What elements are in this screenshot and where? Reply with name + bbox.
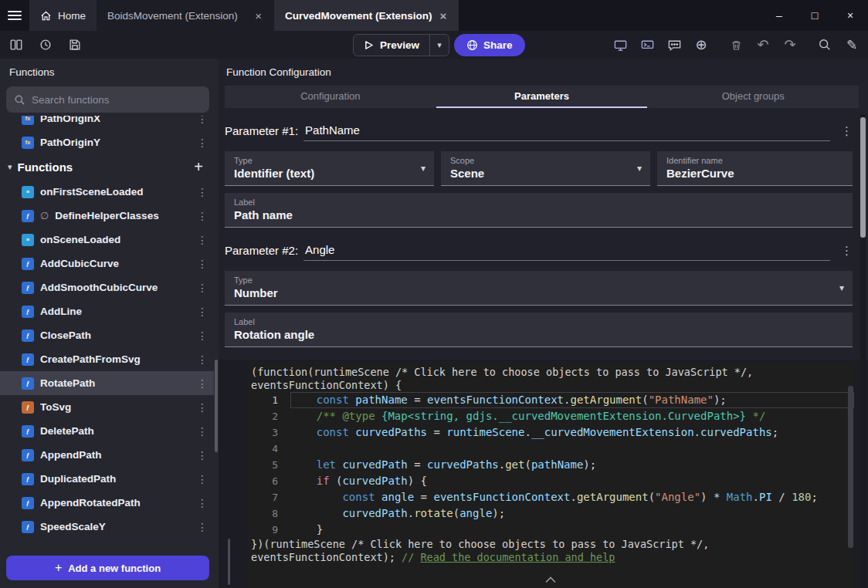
history-icon[interactable] <box>37 36 54 53</box>
code-line[interactable]: 5 let curvedPath = curvedPaths.get(pathN… <box>247 457 854 473</box>
sidebar-item-RotatePath[interactable]: ƒRotatePath⋮ <box>0 371 214 395</box>
label-field[interactable]: Label Path name <box>225 193 853 228</box>
item-menu-icon[interactable]: ⋮ <box>197 401 206 414</box>
tab-close-icon[interactable]: × <box>439 9 449 22</box>
item-menu-icon[interactable]: ⋮ <box>197 137 206 149</box>
item-menu-icon[interactable]: ⋮ <box>197 258 206 270</box>
code-line[interactable]: 2 /** @type {Map<string, gdjs.__curvedMo… <box>247 408 854 424</box>
type-select[interactable]: Type Identifier (text) ▾ <box>225 151 434 186</box>
functions-section-header[interactable]: ▾Functions+ <box>0 154 214 180</box>
main-scrollbar-thumb[interactable] <box>860 117 866 238</box>
editor-scrollbar[interactable] <box>848 386 853 548</box>
item-menu-icon[interactable]: ⋮ <box>197 449 206 461</box>
delete-icon[interactable] <box>727 36 744 53</box>
sidebar-item-ClosePath[interactable]: ƒClosePath⋮ <box>0 323 214 347</box>
sidebar-item-PathOriginY[interactable]: fxPathOriginY⋮ <box>0 130 214 154</box>
parameter-name-input[interactable]: PathName <box>303 123 830 141</box>
parameter-menu-icon[interactable]: ⋮ <box>841 244 853 261</box>
function-label: AddSmoothCubicCurve <box>40 282 191 293</box>
tab-configuration[interactable]: Configuration <box>225 86 436 108</box>
sidebar-item-SpeedScaleY[interactable]: ƒSpeedScaleY⋮ <box>0 515 214 539</box>
project-manager-icon[interactable] <box>8 36 25 53</box>
sidebar-item-onSceneLoaded[interactable]: »onSceneLoaded⋮ <box>0 228 214 252</box>
scope-select[interactable]: Scope Scene ▾ <box>441 151 650 186</box>
code-line[interactable]: 9 } <box>247 522 854 538</box>
sidebar-item-onFirstSceneLoaded[interactable]: »onFirstSceneLoaded⋮ <box>0 180 214 204</box>
code-line[interactable]: 7 const angle = eventsFunctionContext.ge… <box>247 489 854 505</box>
sidebar-item-AppendPath[interactable]: ƒAppendPath⋮ <box>0 443 214 467</box>
minimize-button[interactable]: – <box>761 0 797 31</box>
sidebar-item-AddSmoothCubicCurve[interactable]: ƒAddSmoothCubicCurve⋮ <box>0 275 214 299</box>
code-line[interactable]: eventsFunctionContext); // Read the docu… <box>247 551 854 564</box>
type-select[interactable]: Type Number ▾ <box>225 271 853 306</box>
maximize-button[interactable]: □ <box>797 0 832 31</box>
functions-sidebar: Functions fxPathOriginX⋮fxPathOriginY⋮▾F… <box>0 59 219 588</box>
item-menu-icon[interactable]: ⋮ <box>197 186 206 198</box>
code-line[interactable]: eventsFunctionContext) { <box>247 379 854 392</box>
item-menu-icon[interactable]: ⋮ <box>197 353 206 366</box>
item-menu-icon[interactable]: ⋮ <box>197 116 206 125</box>
theme-pen-icon[interactable]: ✎ <box>843 36 860 53</box>
menu-icon[interactable] <box>0 0 29 31</box>
preview-button[interactable]: Preview ▾ <box>353 34 449 56</box>
code-line[interactable]: 1 const pathName = eventsFunctionContext… <box>247 392 854 408</box>
item-menu-icon[interactable]: ⋮ <box>197 497 206 509</box>
search-icon[interactable] <box>816 36 833 53</box>
item-menu-icon[interactable]: ⋮ <box>197 377 206 390</box>
debugger-icon[interactable] <box>639 36 656 53</box>
feedback-icon[interactable] <box>666 36 683 53</box>
main-scrollbar-track[interactable] <box>860 114 866 588</box>
parameter-menu-icon[interactable]: ⋮ <box>841 124 853 141</box>
code-line[interactable]: (function(runtimeScene /* Click here to … <box>247 366 854 379</box>
sidebar-item-DuplicatedPath[interactable]: ƒDuplicatedPath⋮ <box>0 467 214 491</box>
item-menu-icon[interactable]: ⋮ <box>197 521 206 533</box>
code-line[interactable]: })(runtimeScene /* Click here to choose … <box>247 538 854 551</box>
tab-home[interactable]: Home <box>29 0 97 31</box>
function-label: DeletePath <box>40 425 191 437</box>
item-menu-icon[interactable]: ⋮ <box>197 425 206 438</box>
item-menu-icon[interactable]: ⋮ <box>197 473 206 485</box>
code-line[interactable]: 8 curvedPath.rotate(angle); <box>247 505 854 522</box>
tab-object-groups[interactable]: Object groups <box>647 86 859 108</box>
item-menu-icon[interactable]: ⋮ <box>197 329 206 342</box>
item-menu-icon[interactable]: ⋮ <box>197 234 206 246</box>
sidebar-item-AddLine[interactable]: ƒAddLine⋮ <box>0 299 214 323</box>
tab-parameters[interactable]: Parameters <box>436 86 648 108</box>
sidebar-item-CreatePathFromSvg[interactable]: ƒCreatePathFromSvg⋮ <box>0 347 214 371</box>
tab-curvedmovement[interactable]: CurvedMovement (Extension) × <box>274 0 459 31</box>
label-field[interactable]: Label Rotation angle <box>225 313 853 347</box>
redo-icon[interactable]: ↷ <box>782 36 798 53</box>
sidebar-item-PathOriginX[interactable]: fxPathOriginX⋮ <box>0 116 214 130</box>
sidebar-item-DefineHelperClasses[interactable]: ƒ∅DefineHelperClasses⋮ <box>0 204 214 228</box>
hamburger-icon <box>8 8 22 22</box>
code-line[interactable]: 6 if (curvedPath) { <box>247 473 854 489</box>
search-input[interactable] <box>32 94 202 106</box>
tab-boidsmovement[interactable]: BoidsMovement (Extension) × <box>97 0 274 31</box>
sidebar-item-AddCubicCurve[interactable]: ƒAddCubicCurve⋮ <box>0 252 214 275</box>
add-icon[interactable]: ⊕ <box>693 36 710 53</box>
sidebar-item-ToSvg[interactable]: ƒToSvg⋮ <box>0 395 214 419</box>
sidebar-item-DeletePath[interactable]: ƒDeletePath⋮ <box>0 419 214 443</box>
sidebar-item-AppendRotatedPath[interactable]: ƒAppendRotatedPath⋮ <box>0 491 214 515</box>
item-menu-icon[interactable]: ⋮ <box>197 210 206 222</box>
item-menu-icon[interactable]: ⋮ <box>197 282 206 294</box>
code-line[interactable]: 3 const curvedPaths = runtimeScene.__cur… <box>247 424 854 441</box>
javascript-code-editor[interactable]: (function(runtimeScene /* Click here to … <box>247 363 854 588</box>
search-box[interactable] <box>6 86 209 113</box>
network-preview-icon[interactable] <box>612 36 629 53</box>
collapse-editor-icon[interactable] <box>544 573 557 586</box>
preview-dropdown-button[interactable]: ▾ <box>430 40 449 50</box>
share-button[interactable]: Share <box>454 34 525 56</box>
parameter-name-input[interactable]: Angle <box>303 243 830 261</box>
identifier-name-field[interactable]: Identifier name BezierCurve <box>657 151 853 186</box>
code-line[interactable]: 4 <box>247 441 854 457</box>
item-menu-icon[interactable]: ⋮ <box>197 306 206 318</box>
add-function-button[interactable]: + Add a new function <box>6 556 209 580</box>
sidebar-scrollbar[interactable] <box>215 360 218 452</box>
tab-close-icon[interactable]: × <box>253 9 263 22</box>
add-icon[interactable]: + <box>194 158 203 176</box>
panel-scrollbar[interactable] <box>228 539 230 585</box>
undo-icon[interactable]: ↶ <box>754 36 771 53</box>
close-window-button[interactable]: × <box>832 0 868 31</box>
save-icon[interactable] <box>66 36 83 53</box>
